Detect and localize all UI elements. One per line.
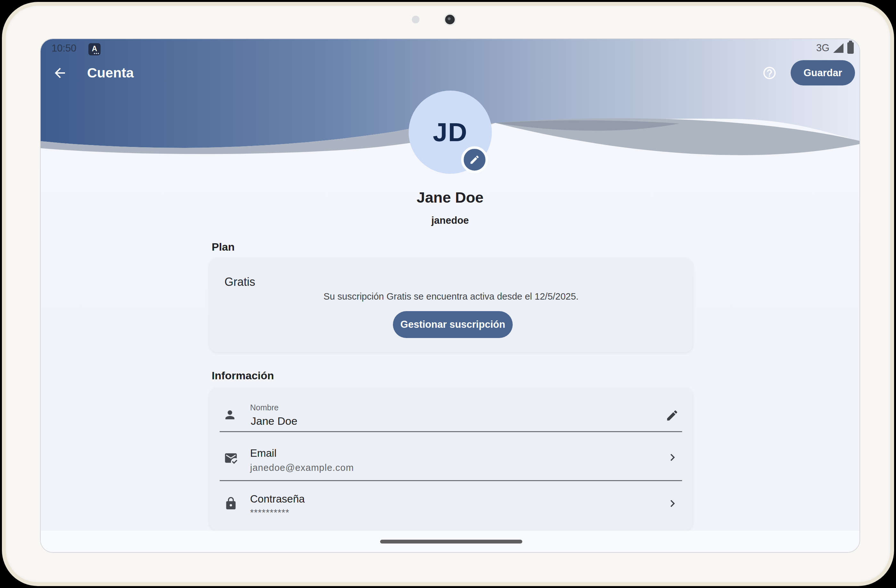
chevron-right-icon[interactable] (666, 497, 680, 511)
tablet-frame: 10:50 A 3G Cuenta (2, 2, 894, 586)
back-arrow-icon (52, 65, 67, 81)
pencil-icon (469, 154, 480, 165)
email-row-value: janedoe@example.com (250, 462, 354, 473)
plan-tier-label: Gratis (224, 275, 255, 289)
save-button[interactable]: Guardar (791, 60, 855, 85)
gesture-nav-bar (41, 531, 859, 552)
lock-icon (224, 497, 238, 511)
avatar-initials: JD (433, 117, 468, 147)
status-icons-cluster: 3G (816, 42, 854, 55)
info-card: Nombre Jane Doe Email janedoe@example.co… (209, 387, 693, 531)
battery-icon (847, 42, 854, 54)
ime-letter: A (88, 43, 101, 54)
info-section-label: Información (212, 369, 274, 382)
password-row-label: Contraseña (250, 493, 305, 505)
light-sensor-dot (412, 16, 419, 23)
profile-name: Jane Doe (41, 188, 859, 206)
help-icon (762, 65, 777, 81)
page-title: Cuenta (87, 65, 134, 81)
status-time: 10:50 (52, 43, 76, 54)
profile-username: janedoe (41, 215, 859, 226)
divider (220, 480, 682, 481)
network-type-label: 3G (816, 42, 829, 54)
plan-card: Gratis Su suscripción Gratis se encuentr… (209, 258, 693, 352)
help-button[interactable] (762, 65, 777, 81)
plan-section-label: Plan (212, 241, 235, 253)
email-row-label: Email (250, 447, 277, 459)
screenshot-canvas: 10:50 A 3G Cuenta (0, 0, 896, 588)
mark-email-read-icon (224, 451, 238, 465)
edit-name-pencil-icon[interactable] (666, 409, 679, 422)
person-icon (223, 408, 237, 422)
ime-keyboard-icon: A (88, 43, 101, 55)
plan-status-text: Su suscripción Gratis se encuentra activ… (209, 291, 693, 302)
chevron-right-icon[interactable] (666, 450, 680, 465)
front-camera-icon (444, 14, 456, 26)
manage-subscription-button[interactable]: Gestionar suscripción (393, 311, 513, 338)
signal-strength-icon (833, 43, 844, 53)
divider (220, 431, 682, 432)
password-row-value: ********** (250, 507, 290, 518)
app-screen: 10:50 A 3G Cuenta (41, 39, 859, 552)
name-field-value: Jane Doe (251, 415, 297, 427)
save-button-label: Guardar (803, 67, 842, 79)
avatar-edit-button[interactable] (461, 146, 488, 173)
gesture-handle[interactable] (380, 540, 522, 544)
manage-subscription-label: Gestionar suscripción (400, 319, 505, 330)
ime-dots (98, 53, 99, 54)
name-field-label: Nombre (250, 403, 279, 412)
back-button[interactable] (52, 65, 70, 81)
